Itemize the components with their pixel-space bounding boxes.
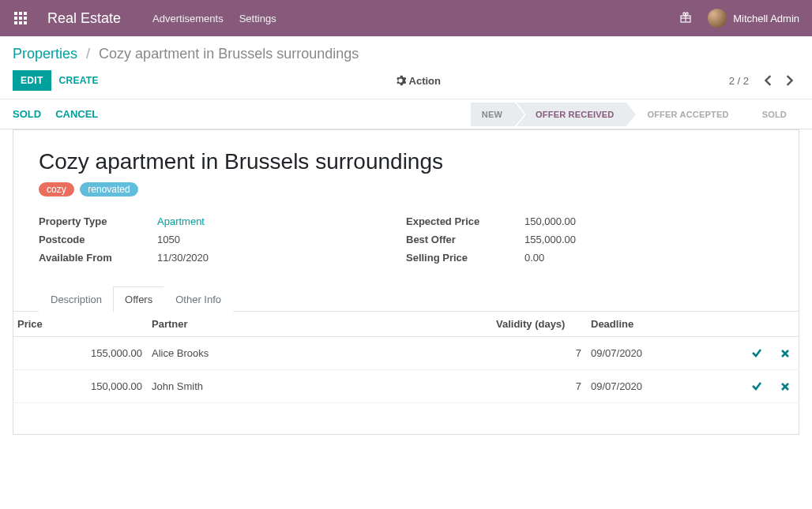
cell-price: 155,000.00 <box>13 337 147 370</box>
check-icon <box>751 347 762 358</box>
brand-title[interactable]: Real Estate <box>47 10 121 27</box>
cell-partner: John Smith <box>147 370 491 403</box>
edit-button[interactable]: EDIT <box>13 70 51 91</box>
avatar <box>708 9 727 28</box>
control-panel: Properties / Cozy apartment in Brussels … <box>0 36 812 99</box>
action-label: Action <box>409 75 441 87</box>
record-title: Cozy apartment in Brussels surroundings <box>39 149 773 174</box>
label-property-type: Property Type <box>39 215 157 227</box>
gear-icon <box>395 75 406 86</box>
svg-rect-0 <box>14 12 17 15</box>
apps-icon[interactable] <box>13 10 28 26</box>
gift-icon[interactable] <box>679 11 692 26</box>
svg-rect-5 <box>24 17 27 20</box>
value-property-type[interactable]: Apartment <box>157 215 205 227</box>
svg-rect-2 <box>24 12 27 15</box>
label-selling-price: Selling Price <box>406 252 524 264</box>
tag-renovated[interactable]: renovated <box>80 182 137 196</box>
svg-rect-3 <box>14 17 17 20</box>
form-sheet: Cozy apartment in Brussels surroundings … <box>13 129 799 435</box>
svg-rect-6 <box>14 21 17 24</box>
sold-button[interactable]: SOLD <box>13 108 41 120</box>
status-steps: NEW OFFER RECEIVED OFFER ACCEPTED SOLD <box>471 103 799 126</box>
svg-rect-7 <box>19 21 22 24</box>
label-postcode: Postcode <box>39 234 157 245</box>
pager-text[interactable]: 2 / 2 <box>729 75 749 87</box>
x-icon <box>780 349 790 358</box>
cell-deadline: 09/07/2020 <box>586 370 705 403</box>
cell-validity: 7 <box>491 370 586 403</box>
cell-partner: Alice Brooks <box>147 337 491 370</box>
tab-other-info[interactable]: Other Info <box>164 286 233 312</box>
value-selling-price: 0.00 <box>524 252 544 264</box>
cell-price: 150,000.00 <box>13 370 147 403</box>
tab-description[interactable]: Description <box>39 286 114 312</box>
tag-cozy[interactable]: cozy <box>39 182 74 196</box>
breadcrumb-sep: / <box>86 46 90 62</box>
refuse-offer-button[interactable] <box>776 377 795 396</box>
col-header-validity[interactable]: Validity (days) <box>491 312 586 337</box>
record-tags: cozy renovated <box>39 182 773 196</box>
value-best-offer: 155,000.00 <box>524 234 576 245</box>
table-row[interactable]: 150,000.00 John Smith 7 09/07/2020 <box>13 370 799 403</box>
chevron-left-icon <box>765 75 773 86</box>
col-header-actions <box>705 312 799 337</box>
chevron-right-icon <box>785 75 793 86</box>
create-button[interactable]: CREATE <box>51 70 107 91</box>
svg-rect-8 <box>24 21 27 24</box>
cell-validity: 7 <box>491 337 586 370</box>
menu-advertisements[interactable]: Advertisements <box>152 13 224 24</box>
check-icon <box>751 380 762 391</box>
top-navbar: Real Estate Advertisements Settings Mitc… <box>0 0 812 36</box>
label-best-offer: Best Offer <box>406 234 524 245</box>
svg-rect-1 <box>19 12 22 15</box>
value-available-from: 11/30/2020 <box>157 252 209 264</box>
status-step-offer-accepted[interactable]: OFFER ACCEPTED <box>628 103 741 126</box>
offers-table: Price Partner Validity (days) Deadline 1… <box>13 312 799 403</box>
label-available-from: Available From <box>39 252 157 264</box>
col-header-deadline[interactable]: Deadline <box>586 312 705 337</box>
breadcrumb-current: Cozy apartment in Brussels surroundings <box>99 46 359 62</box>
statusbar: SOLD CANCEL NEW OFFER RECEIVED OFFER ACC… <box>0 99 812 129</box>
cancel-button[interactable]: CANCEL <box>55 108 98 120</box>
breadcrumb: Properties / Cozy apartment in Brussels … <box>13 46 799 62</box>
table-row[interactable]: 155,000.00 Alice Brooks 7 09/07/2020 <box>13 337 799 370</box>
pager-prev[interactable] <box>758 70 779 91</box>
refuse-offer-button[interactable] <box>776 344 795 363</box>
status-step-sold[interactable]: SOLD <box>743 103 799 126</box>
accept-offer-button[interactable] <box>747 376 766 395</box>
value-postcode: 1050 <box>157 234 180 245</box>
cell-deadline: 09/07/2020 <box>586 337 705 370</box>
label-expected-price: Expected Price <box>406 215 524 227</box>
accept-offer-button[interactable] <box>747 343 766 362</box>
status-step-offer-received[interactable]: OFFER RECEIVED <box>517 103 626 126</box>
username: Mitchell Admin <box>733 13 799 24</box>
svg-rect-4 <box>19 17 22 20</box>
menu-settings[interactable]: Settings <box>239 13 276 24</box>
action-dropdown[interactable]: Action <box>395 75 441 87</box>
col-header-price[interactable]: Price <box>13 312 147 337</box>
value-expected-price: 150,000.00 <box>524 215 576 227</box>
tab-offers[interactable]: Offers <box>113 286 164 312</box>
notebook: Description Offers Other Info Price Part… <box>39 286 773 435</box>
x-icon <box>780 382 790 391</box>
pager-next[interactable] <box>779 70 799 91</box>
breadcrumb-root[interactable]: Properties <box>13 46 77 62</box>
col-header-partner[interactable]: Partner <box>147 312 491 337</box>
status-step-new[interactable]: NEW <box>471 103 515 126</box>
user-menu[interactable]: Mitchell Admin <box>708 9 799 28</box>
